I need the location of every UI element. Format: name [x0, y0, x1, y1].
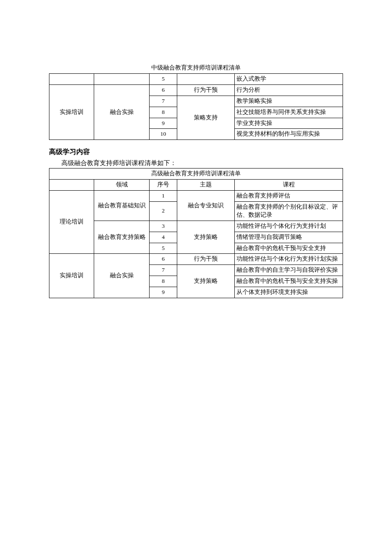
- section-header: 高级学习内容: [49, 148, 343, 157]
- cell-category: 实操培训: [49, 84, 94, 139]
- cell-seq: 9: [150, 287, 177, 298]
- table-row: 5 嵌入式教学: [49, 74, 343, 85]
- cell-domain: 融合教育支持策略: [94, 221, 150, 254]
- cell-course: 学业支持实操: [235, 118, 343, 129]
- table2-title: 高级融合教育支持师培训课程清单: [49, 169, 343, 180]
- cell-topic: 融合专业知识: [177, 191, 235, 221]
- cell-seq: 10: [150, 129, 177, 140]
- cell-course: 情绪管理与自我调节策略: [235, 232, 343, 243]
- cell-course: 行为分析: [235, 84, 343, 96]
- table-row: 理论培训 融合教育基础知识 1 融合专业知识 融合教育支持师评估: [49, 191, 343, 202]
- cell-domain: 融合实操: [94, 254, 150, 298]
- header-course: 课程: [235, 180, 343, 191]
- cell-seq: 8: [150, 276, 177, 287]
- cell-domain: 融合教育基础知识: [94, 191, 150, 221]
- cell-course: 从个体支持到环境支持实操: [235, 287, 343, 298]
- cell-course: 视觉支持材料的制作与应用实操: [235, 129, 343, 140]
- cell-course: 融合教育支持师的个别化目标设定、评估、数据记录: [235, 202, 343, 221]
- cell-topic: 支持策略: [177, 221, 235, 254]
- cell-course: 融合教育中的自主学习与自我评价实操: [235, 265, 343, 276]
- cell-seq: 5: [150, 243, 177, 254]
- cell-seq: 6: [150, 254, 177, 265]
- cell-seq: 9: [150, 118, 177, 129]
- cell-seq: 3: [150, 221, 177, 232]
- cell-course: 嵌入式教学: [235, 74, 343, 85]
- cell-topic: 策略支持: [177, 96, 235, 140]
- cell-course: 社交技能培养与同伴关系支持实操: [235, 107, 343, 118]
- table1-title: 中级融合教育支持师培训课程清单: [49, 64, 343, 72]
- table2: 高级融合教育支持师培训课程清单 领域 序号 主题 课程 理论培训 融合教育基础知…: [49, 168, 343, 298]
- cell-seq: 6: [150, 84, 177, 96]
- cell-course: 融合教育中的危机干预与安全支持: [235, 243, 343, 254]
- header-topic: 主题: [177, 180, 235, 191]
- cell-course: 功能性评估与个体化行为支持计划: [235, 221, 343, 232]
- cell-seq: 2: [150, 202, 177, 221]
- cell-course: 融合教育中的危机干预与安全支持实操: [235, 276, 343, 287]
- cell-seq: 4: [150, 232, 177, 243]
- cell-course: 教学策略实操: [235, 96, 343, 107]
- cell-seq: 5: [150, 74, 177, 85]
- cell-seq: 7: [150, 96, 177, 107]
- header-domain: 领域: [94, 180, 150, 191]
- cell-seq: 1: [150, 191, 177, 202]
- cell-category: 理论培训: [49, 191, 94, 254]
- cell-topic: 行为干预: [177, 254, 235, 265]
- intro-text: 高级融合教育支持师培训课程清单如下：: [49, 159, 343, 167]
- cell-seq: 7: [150, 265, 177, 276]
- table-header-row: 领域 序号 主题 课程: [49, 180, 343, 191]
- table-row: 实操培训 融合实操 6 行为干预 功能性评估与个体化行为支持计划实操: [49, 254, 343, 265]
- cell-topic: 行为干预: [177, 84, 235, 96]
- cell-seq: 8: [150, 107, 177, 118]
- cell-course: 功能性评估与个体化行为支持计划实操: [235, 254, 343, 265]
- cell-category: 实操培训: [49, 254, 94, 298]
- cell-domain: 融合实操: [94, 84, 150, 139]
- table1: 5 嵌入式教学 实操培训 融合实操 6 行为干预 行为分析 7 策略支持 教学策…: [49, 73, 343, 140]
- cell-topic: 支持策略: [177, 265, 235, 298]
- table-row: 实操培训 融合实操 6 行为干预 行为分析: [49, 84, 343, 96]
- cell-course: 融合教育支持师评估: [235, 191, 343, 202]
- header-seq: 序号: [150, 180, 177, 191]
- table-title-row: 高级融合教育支持师培训课程清单: [49, 169, 343, 180]
